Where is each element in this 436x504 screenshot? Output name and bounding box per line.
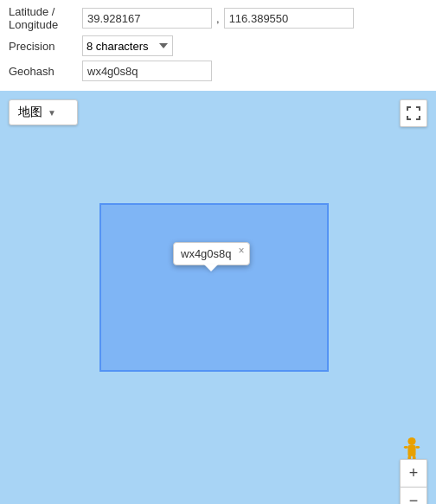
comma-separator: , [216, 12, 220, 25]
zoom-in-button[interactable]: + [400, 459, 427, 487]
zoom-out-button[interactable]: − [400, 487, 427, 504]
lat-lng-label: Latitude / Longitude [9, 5, 82, 31]
latitude-input[interactable] [82, 8, 212, 29]
geohash-input[interactable] [82, 61, 212, 81]
fullscreen-button[interactable] [400, 99, 427, 127]
map-type-button[interactable]: 地图 ▼ [9, 99, 78, 125]
precision-select[interactable]: 8 characters 1 characters 2 characters 3… [82, 35, 173, 56]
popup-close-button[interactable]: × [239, 246, 245, 256]
geohash-row: Geohash [9, 61, 427, 81]
precision-label: Precision [9, 40, 82, 53]
precision-row: Precision 8 characters 1 characters 2 ch… [9, 35, 427, 56]
form-section: Latitude / Longitude , Precision 8 chara… [0, 0, 436, 91]
svg-rect-5 [416, 446, 420, 449]
map-popup: wx4g0s8q × [173, 242, 250, 265]
map-container[interactable]: 地图 ▼ wx4g0s8q × [0, 91, 436, 504]
fullscreen-icon [406, 105, 421, 121]
map-type-selector[interactable]: 地图 ▼ [9, 99, 78, 125]
svg-rect-1 [407, 445, 415, 456]
svg-rect-4 [404, 446, 408, 449]
longitude-input[interactable] [224, 8, 354, 29]
zoom-controls: + − [400, 459, 427, 504]
svg-point-0 [407, 437, 415, 445]
lat-lng-row: Latitude / Longitude , [9, 5, 427, 31]
map-type-label: 地图 [18, 105, 42, 120]
map-highlight-region [99, 203, 329, 372]
map-type-dropdown-arrow: ▼ [48, 108, 56, 118]
popup-text: wx4g0s8q [181, 247, 232, 260]
geohash-label: Geohash [9, 65, 82, 78]
